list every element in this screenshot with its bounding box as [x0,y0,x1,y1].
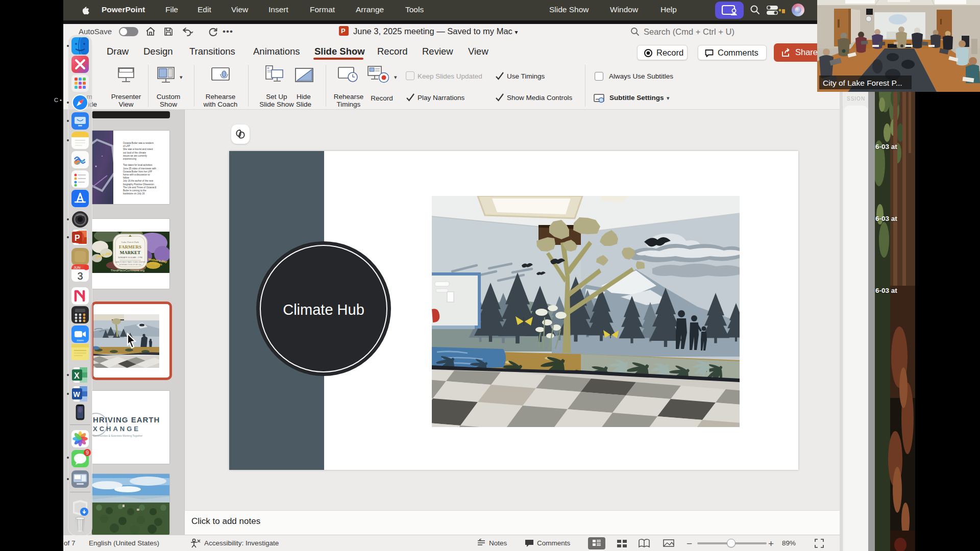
svg-text:X: X [74,371,80,380]
svg-text:City of Lake Forest P...: City of Lake Forest P... [823,79,902,87]
svg-text:XCHANGE: XCHANGE [93,425,140,433]
svg-text:JUN: JUN [74,266,81,269]
svg-text:FARMERS: FARMERS [119,244,141,249]
svg-text:zoom: zoom [77,339,84,342]
svg-text:INTERSECTION OF SR 104: INTERSECTION OF SR 104 [119,264,141,266]
svg-text:MARKET: MARKET [120,250,141,255]
svg-text:Communities & Scientists Worki: Communities & Scientists Working Togethe… [93,434,142,437]
svg-text:ThirdPlaceCommons.org: ThirdPlaceCommons.org [111,269,144,272]
svg-text:3: 3 [77,270,83,282]
svg-text:HRIVING EARTH: HRIVING EARTH [93,415,160,424]
svg-text:W: W [74,390,81,398]
svg-text:9: 9 [86,450,89,456]
svg-text:SUNDAYS 10:00 AM - 2 PM: SUNDAYS 10:00 AM - 2 PM [118,257,142,259]
svg-text:LAKE FOREST PARK TOWN CENTER: LAKE FOREST PARK TOWN CENTER [115,261,145,263]
svg-text:Lake Forest Park: Lake Forest Park [121,241,139,243]
svg-text:P: P [75,234,80,242]
